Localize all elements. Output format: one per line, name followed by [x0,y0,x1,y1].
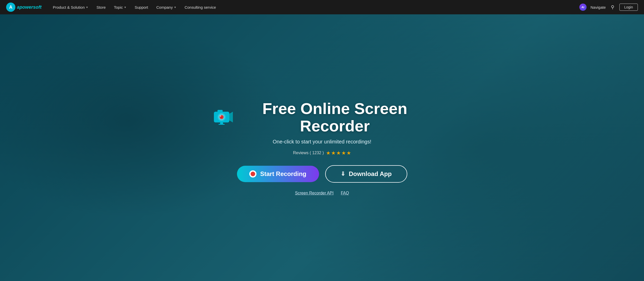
hero-section: Free Online Screen Recorder One-click to… [0,14,644,281]
navigate-label[interactable]: Navigate [591,5,606,9]
hero-links: Screen Recorder API FAQ [213,191,431,195]
hero-reviews: Reviews ( 1232 ) ★ ★ ★ ★ ★ [213,150,431,156]
nav-item-support[interactable]: Support [132,4,151,11]
svg-rect-7 [217,110,223,112]
hero-subtitle: One-click to start your unlimited record… [213,139,431,145]
camera-icon [213,107,233,128]
hero-title-row: Free Online Screen Recorder [213,100,431,135]
reviews-label: Reviews ( 1232 ) [293,151,324,155]
hero-buttons: Start Recording ⇓ Download App [213,165,431,183]
nav-items: Product & Solution ▼ Store Topic ▼ Suppo… [50,4,579,11]
svg-marker-8 [229,112,233,122]
start-recording-button[interactable]: Start Recording [237,166,319,182]
download-icon: ⇓ [341,171,345,177]
faq-link[interactable]: FAQ [341,191,349,195]
star-1: ★ [326,150,331,156]
hero-title: Free Online Screen Recorder [239,100,431,135]
svg-point-11 [220,116,221,117]
chevron-down-icon: ▼ [124,6,126,9]
logo-icon: A [6,3,15,12]
search-icon[interactable]: ⚲ [610,3,615,11]
star-4: ★ [341,150,346,156]
chevron-down-icon: ▼ [86,6,88,9]
screen-recorder-api-link[interactable]: Screen Recorder API [295,191,333,195]
svg-rect-10 [219,124,225,125]
nav-item-consulting[interactable]: Consulting service [182,4,219,11]
logo-text: apowersoft [17,5,42,10]
star-rating: ★ ★ ★ ★ ★ [326,150,351,156]
svg-rect-9 [220,122,223,124]
download-app-button[interactable]: ⇓ Download App [325,165,407,183]
nav-item-topic[interactable]: Topic ▼ [111,4,130,11]
star-5: ★ [346,150,351,156]
star-2: ★ [331,150,336,156]
navbar: A apowersoft Product & Solution ▼ Store … [0,0,644,14]
logo-link[interactable]: A apowersoft [6,3,42,12]
nav-right: AI Navigate ⚲ Login [579,3,638,11]
ai-badge: AI [579,4,587,11]
svg-text:A: A [9,5,13,10]
nav-item-product[interactable]: Product & Solution ▼ [50,4,91,11]
login-button[interactable]: Login [619,4,638,11]
star-3: ★ [336,150,341,156]
nav-item-store[interactable]: Store [93,4,109,11]
chevron-down-icon: ▼ [174,6,176,9]
hero-content: Free Online Screen Recorder One-click to… [207,100,438,195]
nav-item-company[interactable]: Company ▼ [153,4,180,11]
record-dot-icon [249,170,256,178]
